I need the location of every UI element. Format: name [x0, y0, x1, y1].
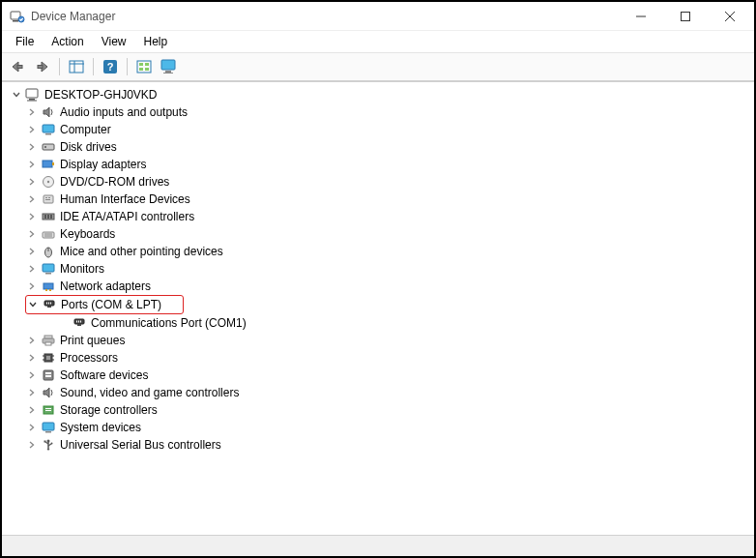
tree-item-processors[interactable]: Processors — [4, 349, 752, 367]
svg-rect-29 — [43, 161, 52, 167]
svg-rect-18 — [145, 68, 149, 71]
chevron-right-icon[interactable] — [25, 351, 39, 365]
menu-file[interactable]: File — [8, 33, 42, 50]
svg-rect-58 — [76, 321, 77, 323]
chevron-right-icon[interactable] — [25, 192, 39, 206]
tree-item-label: Human Interface Devices — [60, 192, 190, 206]
tree-item-label: Storage controllers — [60, 403, 158, 417]
tree-item-label: Display adapters — [60, 158, 146, 171]
tree-item-hid[interactable]: Human Interface Devices — [4, 191, 752, 208]
svg-rect-59 — [78, 321, 79, 323]
chevron-right-icon[interactable] — [25, 105, 39, 119]
scan-hardware-button[interactable] — [132, 56, 156, 77]
window-controls — [619, 3, 752, 30]
chevron-right-icon[interactable] — [25, 245, 39, 258]
svg-rect-49 — [45, 289, 47, 291]
tree-item-label: System devices — [60, 421, 141, 434]
svg-rect-20 — [165, 71, 171, 73]
svg-rect-50 — [49, 289, 51, 291]
monitor-icon — [41, 122, 56, 137]
tree-item-label: Network adapters — [60, 279, 151, 293]
menu-action[interactable]: Action — [44, 33, 91, 50]
tree-item-label: IDE ATA/ATAPI controllers — [60, 210, 194, 223]
back-button[interactable] — [6, 56, 29, 77]
tree-item-label: Audio inputs and outputs — [60, 105, 188, 119]
chevron-right-icon[interactable] — [25, 368, 39, 382]
tree-item-com1[interactable]: Communications Port (COM1) — [4, 314, 752, 332]
cd-icon — [41, 174, 56, 190]
chevron-right-icon[interactable] — [25, 334, 39, 347]
tree-item-softwaredev[interactable]: Software devices — [4, 367, 752, 384]
tree-item-label: Print queues — [60, 334, 125, 347]
svg-rect-7 — [17, 66, 22, 69]
tree-item-storage[interactable]: Storage controllers — [4, 401, 752, 419]
tree-item-dvd[interactable]: DVD/CD-ROM drives — [4, 173, 752, 191]
chevron-right-icon[interactable] — [25, 140, 39, 154]
minimize-button[interactable] — [619, 3, 663, 30]
tree-item-ide[interactable]: IDE ATA/ATAPI controllers — [4, 208, 752, 225]
svg-rect-74 — [45, 408, 51, 409]
svg-rect-39 — [47, 215, 49, 219]
svg-rect-9 — [70, 61, 83, 73]
forward-button[interactable] — [31, 56, 54, 77]
tree-item-label: Processors — [60, 351, 118, 365]
svg-rect-25 — [43, 125, 54, 132]
menu-view[interactable]: View — [94, 33, 134, 50]
chevron-right-icon[interactable] — [25, 210, 39, 223]
chevron-right-icon[interactable] — [25, 279, 39, 293]
chevron-right-icon[interactable] — [25, 438, 39, 452]
svg-rect-40 — [50, 215, 52, 219]
monitor-toolbar-icon[interactable] — [158, 56, 181, 77]
tree-item-monitors[interactable]: Monitors — [4, 260, 752, 278]
svg-rect-77 — [45, 431, 51, 433]
toolbar-separator — [127, 58, 128, 75]
tree-item-usb[interactable]: Universal Serial Bus controllers — [4, 436, 752, 454]
tree-item-display[interactable]: Display adapters — [4, 156, 752, 173]
tree-item-computer[interactable]: Computer — [4, 121, 752, 138]
network-icon — [41, 279, 56, 294]
svg-rect-14 — [137, 61, 151, 73]
chevron-right-icon[interactable] — [25, 421, 39, 434]
svg-rect-8 — [38, 66, 43, 69]
chevron-right-icon[interactable] — [25, 123, 39, 136]
svg-rect-72 — [45, 375, 51, 377]
chevron-down-icon[interactable] — [26, 298, 40, 311]
svg-rect-16 — [145, 63, 149, 66]
chevron-right-icon[interactable] — [25, 403, 39, 417]
svg-rect-52 — [47, 306, 51, 308]
help-button[interactable]: ? — [99, 56, 122, 77]
chevron-right-icon[interactable] — [25, 386, 39, 399]
tree-item-printqueues[interactable]: Print queues — [4, 332, 752, 349]
tree-item-sysdev[interactable]: System devices — [4, 419, 752, 436]
svg-rect-71 — [45, 372, 51, 374]
device-tree[interactable]: DESKTOP-GHJ0VKD Audio inputs and outputs… — [2, 81, 754, 529]
computer-icon — [25, 87, 41, 103]
svg-rect-24 — [27, 101, 37, 102]
close-button[interactable] — [708, 3, 752, 30]
svg-rect-76 — [43, 423, 54, 430]
svg-rect-65 — [46, 356, 50, 360]
tree-item-label: Sound, video and game controllers — [60, 386, 239, 399]
chevron-right-icon[interactable] — [25, 158, 39, 171]
chevron-down-icon[interactable] — [10, 88, 23, 102]
tree-item-keyboards[interactable]: Keyboards — [4, 225, 752, 243]
tree-item-mice[interactable]: Mice and other pointing devices — [4, 243, 752, 260]
printer-icon — [41, 333, 56, 348]
tree-item-network[interactable]: Network adapters — [4, 278, 752, 295]
tree-item-sound[interactable]: Sound, video and game controllers — [4, 384, 752, 401]
tree-item-label: Software devices — [60, 368, 148, 382]
chevron-right-icon[interactable] — [25, 262, 39, 276]
tree-root[interactable]: DESKTOP-GHJ0VKD — [4, 86, 752, 103]
chevron-right-icon[interactable] — [25, 227, 39, 241]
chevron-right-icon[interactable] — [25, 175, 39, 189]
tree-item-label: Keyboards — [60, 227, 115, 241]
tree-item-audio[interactable]: Audio inputs and outputs — [4, 103, 752, 121]
tree-item-disk[interactable]: Disk drives — [4, 138, 752, 156]
tree-item-ports[interactable]: Ports (COM & LPT) — [26, 296, 165, 313]
svg-rect-21 — [163, 73, 173, 73]
maximize-button[interactable] — [663, 3, 708, 30]
show-hide-console-button[interactable] — [65, 56, 88, 77]
svg-rect-75 — [45, 410, 51, 411]
svg-rect-4 — [682, 12, 690, 20]
menu-help[interactable]: Help — [136, 33, 176, 50]
